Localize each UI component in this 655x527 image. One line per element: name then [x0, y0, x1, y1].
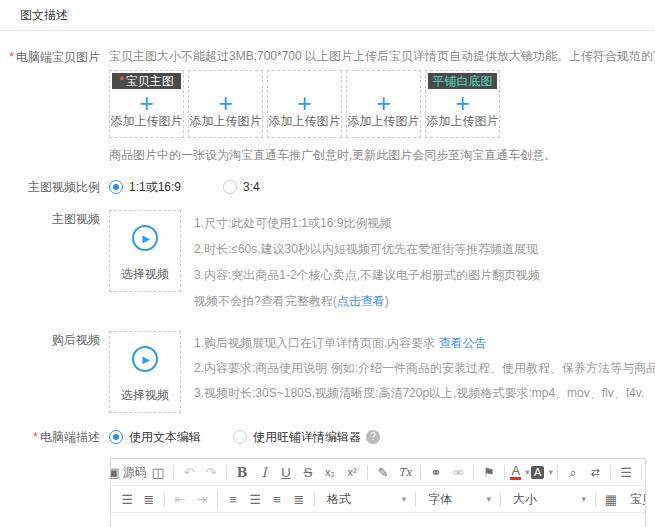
radio-ratio-3-4-label[interactable]: 3:4: [243, 180, 260, 194]
chevron-down-icon: ▾: [486, 494, 491, 504]
radio-text-editor[interactable]: [109, 430, 123, 444]
add-image-label: 添加上传图片: [110, 113, 183, 130]
bold-button[interactable]: B: [232, 462, 252, 482]
radio-ratio-1-1-or-16-9[interactable]: [109, 180, 123, 194]
undo-button[interactable]: ↶: [179, 462, 199, 482]
main-video-tips: 1.尺寸:此处可使用1:1或16:9比例视频 2.时长:≤60s,建议30秒以内…: [194, 210, 540, 314]
image-button[interactable]: ▦: [601, 489, 621, 509]
toolbar-separator: [173, 465, 174, 480]
redo-button[interactable]: ↷: [201, 462, 221, 482]
upload-image-box-2[interactable]: + 添加上传图片: [188, 70, 263, 138]
editor-toolbar-row-1: ▣源码◫↶↷BIUSx₂x²✎Tx⚭⚮⚑A▾A▾⌕⇄☰⊞☺Ω: [111, 459, 645, 486]
row-post-purchase-video: 购后视频 ▶ 选择视频 1.购后视频展现入口在订单详情页面,内容要求 查看公告 …: [0, 331, 655, 413]
font-dropdown[interactable]: 字体▾: [421, 489, 495, 509]
align-center-button[interactable]: ☰: [245, 489, 265, 509]
white-bg-image-tag-text: 平铺白底图: [433, 73, 493, 90]
size-dropdown[interactable]: 大小▾: [506, 489, 590, 509]
upload-image-box-3[interactable]: + 添加上传图片: [267, 70, 342, 138]
find-replace-button[interactable]: ⇄: [585, 462, 605, 482]
add-image-label: 添加上传图片: [189, 113, 262, 130]
chevron-down-icon: ▾: [581, 494, 586, 504]
toolbar-separator: [142, 465, 143, 480]
format-painter-button[interactable]: ✎: [373, 462, 393, 482]
image-requirements-text: 宝贝主图大小不能超过3MB;700*700 以上图片上传后宝贝详情页自动提供放大…: [109, 48, 655, 64]
tab-bar: 图文描述: [0, 0, 655, 31]
toolbar-separator: [420, 465, 421, 480]
chevron-down-icon: ▾: [525, 467, 530, 477]
format-dropdown[interactable]: 格式▾: [320, 489, 410, 509]
underline-button[interactable]: U: [276, 462, 296, 482]
radio-ratio-3-4[interactable]: [223, 180, 237, 194]
strikethrough-button[interactable]: S: [298, 462, 318, 482]
toolbar-separator: [610, 465, 611, 480]
toolbar-separator: [595, 492, 596, 507]
anchor-button[interactable]: ⚑: [479, 462, 499, 482]
ztc-sync-note: 商品图片中的一张设为淘宝直通车推广创意时,更新此图片会同步至淘宝直通车创意。: [109, 147, 655, 163]
post-video-tip-1-prefix: 1.购后视频展现入口在订单详情页面,内容要求: [194, 336, 439, 350]
upload-boxes-row: *宝贝主图 + 添加上传图片 + 添加上传图片 + 添加上传图片 + 添加上: [109, 70, 655, 138]
radio-ratio-1-1-or-16-9-label[interactable]: 1:1或16:9: [129, 179, 181, 196]
bg-color-button[interactable]: A▾: [532, 462, 552, 482]
indent-button[interactable]: ⇥: [192, 489, 212, 509]
unlink-button[interactable]: ⚮: [448, 462, 468, 482]
upload-white-bg-image-box[interactable]: 平铺白底图 + 添加上传图片: [425, 70, 500, 138]
outdent-button[interactable]: ⇤: [170, 489, 190, 509]
post-video-tip-2: 2.内容要求:商品使用说明 例如:介绍一件商品的安装过程、使用教程、保养方法等与…: [194, 356, 655, 381]
subscript-button[interactable]: x₂: [320, 462, 340, 482]
chevron-down-icon: ▾: [401, 494, 406, 504]
align-justify-button[interactable]: ≣: [289, 489, 309, 509]
source-code-button[interactable]: ▣源码: [117, 462, 137, 482]
toolbar-separator: [217, 492, 218, 507]
blockquote-button[interactable]: ☰: [616, 462, 636, 482]
select-main-video-box[interactable]: ▶ 选择视频: [109, 210, 181, 292]
upload-main-image-box[interactable]: *宝贝主图 + 添加上传图片: [109, 70, 184, 138]
click-view-tutorial-link[interactable]: 点击查看: [337, 294, 385, 308]
link-button[interactable]: ⚭: [426, 462, 446, 482]
main-video-ratio-label: 主图视频比例: [0, 178, 100, 196]
pc-product-images-label-text: 电脑端宝贝图片: [16, 50, 100, 64]
toolbar-separator: [500, 492, 501, 507]
add-image-label: 添加上传图片: [347, 113, 420, 130]
main-video-tip-1: 1.尺寸:此处可使用1:1或16:9比例视频: [194, 210, 540, 236]
row-pc-description: *电脑端描述 使用文本编辑 使用旺铺详情编辑器 ?: [0, 428, 655, 446]
italic-button[interactable]: I: [254, 462, 274, 482]
upload-image-box-4[interactable]: + 添加上传图片: [346, 70, 421, 138]
radio-wangpu-editor-label[interactable]: 使用旺铺详情编辑器: [253, 429, 361, 446]
select-video-label: 选择视频: [110, 387, 180, 404]
editor-toolbar-row-2: ☰≣⇤⇥≡☰≡≣格式▾字体▾大小▾▦宝贝详情描述模板▾: [111, 486, 645, 513]
help-question-icon[interactable]: ?: [366, 430, 380, 444]
ordered-list-button[interactable]: ☰: [117, 489, 137, 509]
preview-button[interactable]: ◫: [148, 462, 168, 482]
select-post-video-box[interactable]: ▶ 选择视频: [109, 331, 181, 413]
radio-text-editor-label[interactable]: 使用文本编辑: [129, 429, 201, 446]
select-video-label: 选择视频: [110, 266, 180, 283]
required-asterisk: *: [9, 50, 14, 64]
row-main-video-ratio: 主图视频比例 1:1或16:9 3:4: [0, 178, 655, 196]
radio-wangpu-editor[interactable]: [233, 430, 247, 444]
post-video-tips: 1.购后视频展现入口在订单详情页面,内容要求 查看公告 2.内容要求:商品使用说…: [194, 331, 655, 413]
post-video-tip-3: 3.视频时长:30S~180S,视频清晰度:高清720p以上,视频格式要求:mp…: [194, 381, 655, 406]
required-asterisk: *: [33, 430, 38, 444]
editor-content-area[interactable]: 全屏: [111, 513, 645, 527]
template-dropdown[interactable]: 宝贝详情描述模板▾: [623, 489, 643, 509]
pc-product-images-label: *电脑端宝贝图片: [0, 48, 100, 66]
view-announcement-link[interactable]: 查看公告: [439, 336, 487, 350]
align-right-button[interactable]: ≡: [267, 489, 287, 509]
pc-description-label: *电脑端描述: [0, 428, 100, 446]
image-requirements-body: 宝贝主图大小不能超过3MB;700*700 以上图片上传后宝贝详情页自动提供放大…: [109, 49, 655, 63]
toolbar-separator: [226, 465, 227, 480]
text-color-button[interactable]: A▾: [510, 462, 530, 482]
tab-image-text-description[interactable]: 图文描述: [20, 7, 68, 24]
required-asterisk: *: [119, 74, 124, 88]
product-edit-form: *电脑端宝贝图片 宝贝主图大小不能超过3MB;700*700 以上图片上传后宝贝…: [0, 31, 655, 527]
align-left-button[interactable]: ≡: [223, 489, 243, 509]
clear-format-button[interactable]: Tx: [395, 462, 415, 482]
toolbar-separator: [164, 492, 165, 507]
add-image-label: 添加上传图片: [268, 113, 341, 130]
toolbar-separator: [473, 465, 474, 480]
play-icon: ▶: [132, 225, 158, 251]
superscript-button[interactable]: x²: [342, 462, 362, 482]
search-button[interactable]: ⌕: [563, 462, 583, 482]
bullet-list-button[interactable]: ≣: [139, 489, 159, 509]
main-video-tip-2: 2.时长:≤60s,建议30秒以内短视频可优先在爱逛街等推荐频道展现: [194, 236, 540, 262]
